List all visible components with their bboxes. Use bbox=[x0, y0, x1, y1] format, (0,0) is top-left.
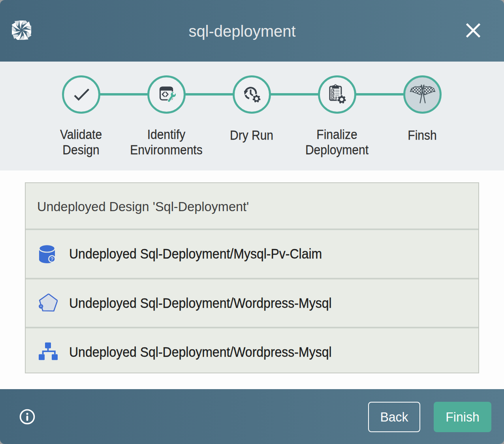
svg-text:?: ? bbox=[51, 256, 53, 262]
